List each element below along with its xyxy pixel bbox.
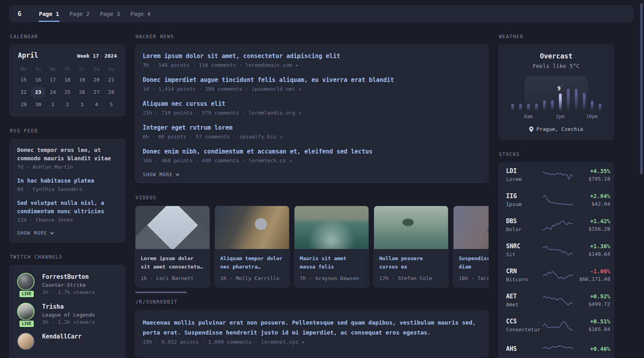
weather-bar-slot: 9° [556, 76, 564, 111]
hackernews-item-list: Lorem ipsum dolor sit amet, consectetur … [143, 52, 481, 163]
weather-condition: Overcast [507, 52, 605, 60]
video-title-link[interactable]: Nullam posuere cursus ex [379, 254, 443, 271]
rss-item-link[interactable]: Donec tempor eros leo, ut commodo mauris… [17, 146, 118, 163]
stock-row[interactable]: SNRCSit+1.36%$148.64 [505, 237, 607, 263]
rss-item-link[interactable]: In hac habitasse platea [17, 177, 118, 185]
stock-ticker: AHS [506, 345, 543, 352]
video-title-link[interactable]: Suspendisse diam [459, 254, 489, 271]
video-thumbnail[interactable] [295, 206, 369, 249]
stock-values: -1.00%$66,171.48 [573, 268, 610, 282]
hackernews-widget: HACKER NEWS Lorem ipsum dolor sit amet, … [135, 34, 489, 183]
weather-bar-slot [564, 76, 572, 111]
stock-change: +1.36% [573, 243, 610, 249]
video-title-link[interactable]: Aliquam tempor dolor nec pharetra… [220, 254, 284, 271]
hackernews-item-link[interactable]: Donec enim nibh, condimentum et accumsan… [143, 147, 481, 156]
weather-bar [559, 93, 562, 111]
video-card[interactable]: Suspendisse diam18h · Tara [453, 206, 489, 288]
calendar-weekday: We [45, 64, 60, 74]
nav-tab-page-3[interactable]: Page 3 [100, 6, 120, 21]
rss-show-more-button[interactable]: SHOW MORE [17, 230, 53, 236]
hackernews-item: Aliquam nec cursus elit21h · 710 points … [143, 99, 481, 116]
page-scrollbar[interactable] [640, 3, 643, 174]
nav-tab-page-4[interactable]: Page 4 [130, 6, 151, 21]
calendar-day: 25 [60, 87, 75, 98]
stock-sparkline [543, 169, 573, 181]
stock-row[interactable]: AETAmet+0.92%$499.72 [505, 288, 607, 313]
nav-tab-page-1[interactable]: Page 1 [39, 6, 59, 21]
hackernews-item-link[interactable]: Lorem ipsum dolor sit amet, consectetur … [143, 52, 481, 60]
stocks-widget: STOCKS LDILorem+4.35%$795.18IIGIpsum+2.8… [499, 152, 614, 358]
video-card[interactable]: Lorem ipsum dolor sit amet consectetu…1h… [135, 206, 210, 288]
video-thumbnail[interactable] [215, 206, 289, 249]
calendar-day: 26 [75, 87, 89, 98]
left-column: CALENDAR April Week 17·2024 MoTuWeThFrSa… [10, 34, 125, 358]
calendar-day: 15 [16, 74, 31, 86]
calendar-day: 1 [45, 99, 60, 110]
subreddit-post: Maecenas mollis pulvinar erat non posuer… [143, 318, 481, 345]
stock-row[interactable]: IIGIpsum+2.84%$42.04 [505, 187, 607, 212]
stock-info: SNRCSit [506, 243, 543, 257]
video-card[interactable]: Aliquam tempor dolor nec pharetra…1h · M… [215, 206, 289, 288]
stock-row[interactable]: DBSDolor+1.42%$156.28 [505, 212, 607, 237]
channel-name[interactable]: Trisha [42, 303, 95, 310]
stock-sparkline [543, 244, 573, 256]
external-link-icon: ↗ [279, 134, 282, 140]
video-title-link[interactable]: Mauris sit amet massa felis [300, 254, 363, 271]
video-thumbnail[interactable] [454, 206, 489, 249]
calendar-day: 18 [60, 74, 75, 86]
calendar-month: April [18, 51, 38, 59]
stock-change: +2.84% [573, 193, 610, 199]
videos-scrollbar[interactable] [135, 292, 187, 293]
rss-item-link[interactable]: Sed volutpat nulla nisl, a condimentum n… [17, 199, 118, 216]
weather-bar-slot [572, 76, 580, 111]
stock-sparkline [543, 343, 573, 355]
stock-row[interactable]: CRNBitcorn-1.00%$66,171.48 [505, 263, 607, 288]
video-thumbnail[interactable] [136, 206, 209, 249]
hackernews-item-link[interactable]: Aliquam nec cursus elit [143, 99, 481, 108]
weather-bar-slot [524, 76, 532, 111]
hackernews-item-link[interactable]: Integer eget rutrum lorem [143, 123, 481, 132]
avatar: LIVE [17, 303, 36, 325]
stock-name: Bitcorn [506, 276, 543, 282]
stock-values: +2.84%$42.04 [573, 193, 610, 207]
hackernews-show-more-button[interactable]: SHOW MORE [143, 171, 179, 177]
stock-row[interactable]: LDILorem+4.35%$795.18 [505, 163, 607, 187]
video-title-link[interactable]: Lorem ipsum dolor sit amet consectetu… [141, 254, 204, 271]
stock-row[interactable]: AHS+0.46% [505, 338, 607, 358]
stock-price: $795.18 [573, 176, 610, 182]
nav-tab-page-2[interactable]: Page 2 [70, 6, 90, 21]
subreddit-widget: /R/SUBREDDIT Maecenas mollis pulvinar er… [135, 299, 489, 357]
stock-price: $66,171.48 [573, 276, 610, 282]
channel-name[interactable]: KendallCarr [42, 333, 81, 340]
stock-values: +1.36%$148.64 [573, 243, 610, 257]
video-card[interactable]: Nullam posuere cursus ex17h · Stefan Col… [374, 206, 448, 288]
app-logo[interactable]: G [10, 6, 29, 21]
channel-name[interactable]: ForrestBurton [42, 273, 95, 280]
rss-item-meta: 7d · Ashlyn Martin [17, 164, 118, 170]
stock-change: +0.51% [573, 318, 610, 325]
video-thumbnail[interactable] [374, 206, 448, 249]
avatar: LIVE [17, 273, 36, 295]
stock-price: $499.72 [573, 301, 610, 307]
subreddit-post-link[interactable]: Maecenas mollis pulvinar erat non posuer… [143, 318, 481, 338]
weather-location: Prague, Czechia [507, 126, 605, 132]
stock-name: Dolor [506, 226, 543, 232]
stock-row[interactable]: CCSConsectetur+0.51%$165.84 [505, 313, 607, 338]
video-card[interactable]: Mauris sit amet massa felis7h · Grayson … [294, 206, 369, 288]
video-meta: 18h · Tara [459, 275, 489, 281]
location-pin-icon [529, 126, 533, 132]
video-card-body: Nullam posuere cursus ex17h · Stefan Col… [374, 249, 448, 287]
calendar-widget-title: CALENDAR [10, 34, 125, 39]
stock-info: CRNBitcorn [506, 268, 543, 282]
channel-info: TrishaLeague of Legends3h · 1.2k viewers [42, 303, 95, 325]
stock-name: Lorem [506, 176, 543, 182]
rss-item: Donec tempor eros leo, ut commodo mauris… [17, 146, 118, 170]
subreddit-post-meta: 19h · 9,932 points · 1,090 comments · lo… [143, 339, 481, 345]
hackernews-item-link[interactable]: Donec imperdiet augue tincidunt felis al… [143, 76, 481, 84]
twitch-channel[interactable]: KendallCarr [17, 333, 118, 350]
twitch-channel[interactable]: LIVEForrestBurtonCounter-Strike1h · 1.7k… [17, 273, 118, 295]
twitch-channel[interactable]: LIVETrishaLeague of Legends3h · 1.2k vie… [17, 303, 118, 325]
hackernews-item-meta: 3h · 148 points · 116 comments · loremdo… [143, 62, 481, 68]
stock-info: CCSConsectetur [506, 318, 543, 333]
stock-values: +1.42%$156.28 [573, 218, 610, 232]
